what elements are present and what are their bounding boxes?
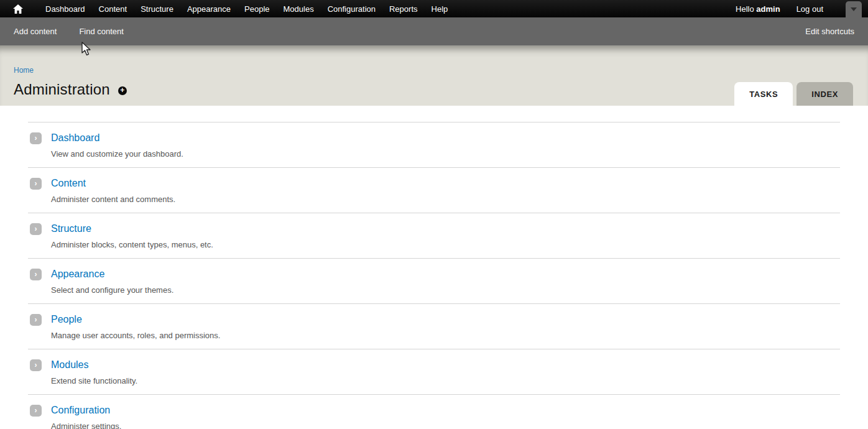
toolbar-user-area: Hello admin Log out — [736, 4, 823, 14]
page-title: Administration — [14, 81, 110, 98]
toolbar-item-dashboard[interactable]: Dashboard — [39, 1, 92, 17]
configuration-description: Administer settings. — [51, 422, 840, 429]
shortcut-links: Add content Find content — [14, 27, 124, 36]
chevron-down-icon — [851, 7, 857, 11]
item-text: Content Administer content and comments. — [51, 177, 840, 204]
structure-link[interactable]: Structure — [51, 223, 91, 234]
dashboard-link[interactable]: Dashboard — [51, 132, 99, 144]
list-item-configuration: › Configuration Administer settings. — [28, 394, 840, 429]
appearance-description: Select and configure your themes. — [51, 285, 840, 295]
breadcrumb-home-link[interactable]: Home — [14, 66, 34, 75]
toolbar-item-modules[interactable]: Modules — [277, 1, 321, 17]
username: admin — [756, 4, 780, 14]
toolbar-item-configuration[interactable]: Configuration — [321, 1, 382, 17]
chevron-right-icon[interactable]: › — [30, 359, 42, 371]
item-text: Appearance Select and configure your the… — [51, 268, 840, 295]
chevron-right-icon[interactable]: › — [30, 269, 42, 280]
list-item-structure: › Structure Administer blocks, content t… — [28, 213, 840, 258]
chevron-right-icon[interactable]: › — [30, 314, 42, 326]
content-description: Administer content and comments. — [51, 195, 840, 204]
house-icon — [13, 4, 23, 14]
toolbar-item-structure[interactable]: Structure — [134, 1, 180, 17]
admin-section-list: › Dashboard View and customize your dash… — [0, 106, 868, 429]
list-item-modules: › Modules Extend site functionality. — [28, 349, 840, 394]
toolbar-item-appearance[interactable]: Appearance — [180, 1, 238, 17]
list-item-appearance: › Appearance Select and configure your t… — [28, 258, 840, 303]
appearance-link[interactable]: Appearance — [51, 268, 104, 280]
chevron-right-icon[interactable]: › — [30, 405, 42, 417]
shortcut-find-content[interactable]: Find content — [79, 27, 124, 36]
plus-circle-icon[interactable]: + — [118, 86, 127, 95]
structure-description: Administer blocks, content types, menus,… — [51, 240, 840, 249]
modules-link[interactable]: Modules — [51, 359, 88, 371]
item-text: Dashboard View and customize your dashbo… — [51, 132, 840, 159]
list-item-content: › Content Administer content and comment… — [28, 167, 840, 213]
tab-tasks[interactable]: TASKS — [734, 82, 793, 106]
tab-index[interactable]: INDEX — [796, 82, 853, 106]
breadcrumb: Home — [14, 64, 854, 75]
list-item-dashboard: › Dashboard View and customize your dash… — [28, 122, 840, 167]
admin-toolbar: Dashboard Content Structure Appearance P… — [0, 0, 868, 17]
item-text: Structure Administer blocks, content typ… — [51, 223, 840, 249]
content-link[interactable]: Content — [51, 177, 86, 189]
configuration-link[interactable]: Configuration — [51, 404, 110, 416]
page-header: Home Administration + TASKS INDEX — [0, 45, 868, 106]
modules-description: Extend site functionality. — [51, 376, 840, 385]
user-greeting: Hello admin — [736, 4, 780, 14]
people-link[interactable]: People — [51, 313, 82, 325]
toolbar-menu: Dashboard Content Structure Appearance P… — [39, 1, 455, 17]
item-text: People Manage user accounts, roles, and … — [51, 313, 840, 340]
chevron-right-icon[interactable]: › — [30, 178, 42, 190]
list-item-people: › People Manage user accounts, roles, an… — [28, 303, 840, 349]
shortcut-add-content[interactable]: Add content — [14, 27, 57, 36]
toolbar-item-reports[interactable]: Reports — [382, 1, 425, 17]
item-text: Modules Extend site functionality. — [51, 359, 840, 385]
chevron-right-icon[interactable]: › — [30, 132, 42, 144]
title-row: Administration + — [14, 81, 854, 98]
home-icon[interactable] — [12, 3, 24, 14]
chevron-right-icon[interactable]: › — [30, 223, 42, 235]
primary-tabs: TASKS INDEX — [734, 82, 853, 106]
toolbar-item-content[interactable]: Content — [92, 1, 134, 17]
people-description: Manage user accounts, roles, and permiss… — [51, 331, 840, 340]
logout-link[interactable]: Log out — [796, 4, 823, 14]
toolbar-toggle-button[interactable] — [846, 1, 862, 17]
toolbar-item-people[interactable]: People — [238, 1, 276, 17]
toolbar-item-help[interactable]: Help — [425, 1, 455, 17]
item-text: Configuration Administer settings. — [51, 404, 840, 429]
edit-shortcuts-link[interactable]: Edit shortcuts — [805, 27, 854, 36]
dashboard-description: View and customize your dashboard. — [51, 149, 840, 159]
greeting-prefix: Hello — [736, 4, 756, 14]
shortcut-bar: Add content Find content Edit shortcuts — [0, 17, 868, 45]
